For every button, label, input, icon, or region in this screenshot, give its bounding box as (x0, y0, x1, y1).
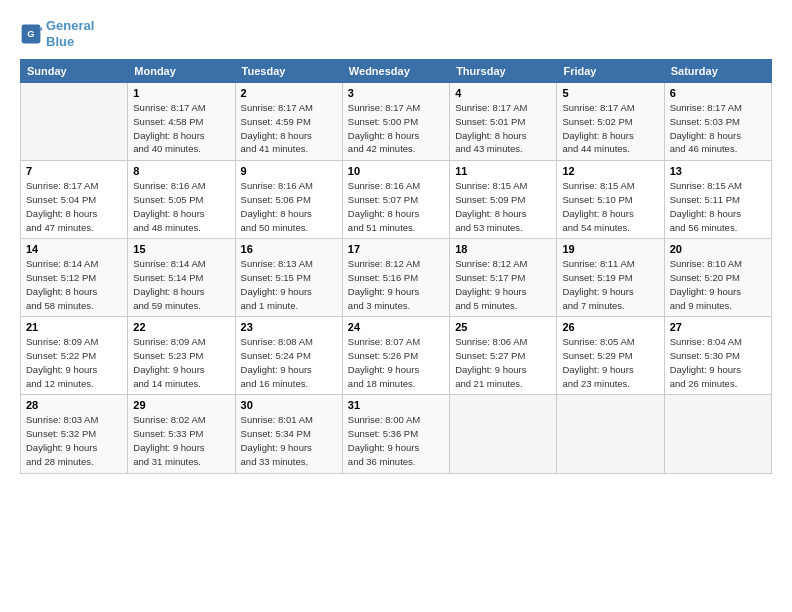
day-number: 12 (562, 165, 658, 177)
col-header-monday: Monday (128, 60, 235, 83)
calendar-cell: 5Sunrise: 8:17 AMSunset: 5:02 PMDaylight… (557, 83, 664, 161)
col-header-thursday: Thursday (450, 60, 557, 83)
calendar-cell: 6Sunrise: 8:17 AMSunset: 5:03 PMDaylight… (664, 83, 771, 161)
calendar-cell: 28Sunrise: 8:03 AMSunset: 5:32 PMDayligh… (21, 395, 128, 473)
day-number: 6 (670, 87, 766, 99)
calendar-cell (21, 83, 128, 161)
day-info: Sunrise: 8:12 AMSunset: 5:17 PMDaylight:… (455, 257, 551, 312)
day-number: 7 (26, 165, 122, 177)
calendar-cell: 10Sunrise: 8:16 AMSunset: 5:07 PMDayligh… (342, 161, 449, 239)
day-number: 1 (133, 87, 229, 99)
day-info: Sunrise: 8:14 AMSunset: 5:12 PMDaylight:… (26, 257, 122, 312)
calendar-cell: 30Sunrise: 8:01 AMSunset: 5:34 PMDayligh… (235, 395, 342, 473)
day-number: 24 (348, 321, 444, 333)
day-number: 8 (133, 165, 229, 177)
day-number: 16 (241, 243, 337, 255)
day-info: Sunrise: 8:10 AMSunset: 5:20 PMDaylight:… (670, 257, 766, 312)
day-info: Sunrise: 8:17 AMSunset: 5:01 PMDaylight:… (455, 101, 551, 156)
col-header-sunday: Sunday (21, 60, 128, 83)
day-info: Sunrise: 8:16 AMSunset: 5:07 PMDaylight:… (348, 179, 444, 234)
day-info: Sunrise: 8:17 AMSunset: 4:59 PMDaylight:… (241, 101, 337, 156)
calendar-cell: 20Sunrise: 8:10 AMSunset: 5:20 PMDayligh… (664, 239, 771, 317)
calendar-cell (664, 395, 771, 473)
calendar-cell: 4Sunrise: 8:17 AMSunset: 5:01 PMDaylight… (450, 83, 557, 161)
day-number: 19 (562, 243, 658, 255)
day-number: 29 (133, 399, 229, 411)
calendar-cell: 3Sunrise: 8:17 AMSunset: 5:00 PMDaylight… (342, 83, 449, 161)
calendar-cell: 22Sunrise: 8:09 AMSunset: 5:23 PMDayligh… (128, 317, 235, 395)
calendar-cell: 23Sunrise: 8:08 AMSunset: 5:24 PMDayligh… (235, 317, 342, 395)
day-info: Sunrise: 8:08 AMSunset: 5:24 PMDaylight:… (241, 335, 337, 390)
day-number: 13 (670, 165, 766, 177)
col-header-friday: Friday (557, 60, 664, 83)
day-info: Sunrise: 8:17 AMSunset: 4:58 PMDaylight:… (133, 101, 229, 156)
day-number: 15 (133, 243, 229, 255)
day-number: 14 (26, 243, 122, 255)
day-info: Sunrise: 8:01 AMSunset: 5:34 PMDaylight:… (241, 413, 337, 468)
day-number: 9 (241, 165, 337, 177)
day-info: Sunrise: 8:07 AMSunset: 5:26 PMDaylight:… (348, 335, 444, 390)
col-header-wednesday: Wednesday (342, 60, 449, 83)
day-number: 30 (241, 399, 337, 411)
calendar-cell: 2Sunrise: 8:17 AMSunset: 4:59 PMDaylight… (235, 83, 342, 161)
day-info: Sunrise: 8:02 AMSunset: 5:33 PMDaylight:… (133, 413, 229, 468)
calendar-cell: 9Sunrise: 8:16 AMSunset: 5:06 PMDaylight… (235, 161, 342, 239)
calendar-cell (450, 395, 557, 473)
calendar-cell: 15Sunrise: 8:14 AMSunset: 5:14 PMDayligh… (128, 239, 235, 317)
day-number: 18 (455, 243, 551, 255)
calendar-cell: 21Sunrise: 8:09 AMSunset: 5:22 PMDayligh… (21, 317, 128, 395)
day-info: Sunrise: 8:17 AMSunset: 5:04 PMDaylight:… (26, 179, 122, 234)
calendar-cell: 19Sunrise: 8:11 AMSunset: 5:19 PMDayligh… (557, 239, 664, 317)
day-number: 28 (26, 399, 122, 411)
calendar-cell: 24Sunrise: 8:07 AMSunset: 5:26 PMDayligh… (342, 317, 449, 395)
day-info: Sunrise: 8:00 AMSunset: 5:36 PMDaylight:… (348, 413, 444, 468)
calendar-cell: 8Sunrise: 8:16 AMSunset: 5:05 PMDaylight… (128, 161, 235, 239)
day-number: 4 (455, 87, 551, 99)
day-info: Sunrise: 8:09 AMSunset: 5:22 PMDaylight:… (26, 335, 122, 390)
col-header-saturday: Saturday (664, 60, 771, 83)
day-info: Sunrise: 8:16 AMSunset: 5:06 PMDaylight:… (241, 179, 337, 234)
day-number: 25 (455, 321, 551, 333)
day-number: 21 (26, 321, 122, 333)
day-info: Sunrise: 8:03 AMSunset: 5:32 PMDaylight:… (26, 413, 122, 468)
day-number: 2 (241, 87, 337, 99)
day-number: 27 (670, 321, 766, 333)
day-number: 17 (348, 243, 444, 255)
day-info: Sunrise: 8:09 AMSunset: 5:23 PMDaylight:… (133, 335, 229, 390)
day-info: Sunrise: 8:04 AMSunset: 5:30 PMDaylight:… (670, 335, 766, 390)
day-info: Sunrise: 8:06 AMSunset: 5:27 PMDaylight:… (455, 335, 551, 390)
day-number: 22 (133, 321, 229, 333)
calendar-cell (557, 395, 664, 473)
logo: G General Blue (20, 18, 94, 49)
calendar-cell: 12Sunrise: 8:15 AMSunset: 5:10 PMDayligh… (557, 161, 664, 239)
calendar-cell: 26Sunrise: 8:05 AMSunset: 5:29 PMDayligh… (557, 317, 664, 395)
day-info: Sunrise: 8:14 AMSunset: 5:14 PMDaylight:… (133, 257, 229, 312)
day-number: 20 (670, 243, 766, 255)
day-number: 10 (348, 165, 444, 177)
day-number: 11 (455, 165, 551, 177)
day-number: 26 (562, 321, 658, 333)
day-info: Sunrise: 8:12 AMSunset: 5:16 PMDaylight:… (348, 257, 444, 312)
day-number: 23 (241, 321, 337, 333)
calendar-cell: 17Sunrise: 8:12 AMSunset: 5:16 PMDayligh… (342, 239, 449, 317)
day-info: Sunrise: 8:15 AMSunset: 5:10 PMDaylight:… (562, 179, 658, 234)
calendar-cell: 16Sunrise: 8:13 AMSunset: 5:15 PMDayligh… (235, 239, 342, 317)
calendar-table: SundayMondayTuesdayWednesdayThursdayFrid… (20, 59, 772, 473)
day-info: Sunrise: 8:15 AMSunset: 5:11 PMDaylight:… (670, 179, 766, 234)
calendar-cell: 14Sunrise: 8:14 AMSunset: 5:12 PMDayligh… (21, 239, 128, 317)
col-header-tuesday: Tuesday (235, 60, 342, 83)
calendar-cell: 1Sunrise: 8:17 AMSunset: 4:58 PMDaylight… (128, 83, 235, 161)
day-info: Sunrise: 8:13 AMSunset: 5:15 PMDaylight:… (241, 257, 337, 312)
calendar-cell: 31Sunrise: 8:00 AMSunset: 5:36 PMDayligh… (342, 395, 449, 473)
calendar-cell: 27Sunrise: 8:04 AMSunset: 5:30 PMDayligh… (664, 317, 771, 395)
day-info: Sunrise: 8:11 AMSunset: 5:19 PMDaylight:… (562, 257, 658, 312)
calendar-cell: 25Sunrise: 8:06 AMSunset: 5:27 PMDayligh… (450, 317, 557, 395)
calendar-cell: 11Sunrise: 8:15 AMSunset: 5:09 PMDayligh… (450, 161, 557, 239)
day-info: Sunrise: 8:17 AMSunset: 5:03 PMDaylight:… (670, 101, 766, 156)
day-info: Sunrise: 8:05 AMSunset: 5:29 PMDaylight:… (562, 335, 658, 390)
calendar-cell: 29Sunrise: 8:02 AMSunset: 5:33 PMDayligh… (128, 395, 235, 473)
day-info: Sunrise: 8:17 AMSunset: 5:00 PMDaylight:… (348, 101, 444, 156)
calendar-cell: 7Sunrise: 8:17 AMSunset: 5:04 PMDaylight… (21, 161, 128, 239)
day-number: 5 (562, 87, 658, 99)
logo-text: General Blue (46, 18, 94, 49)
